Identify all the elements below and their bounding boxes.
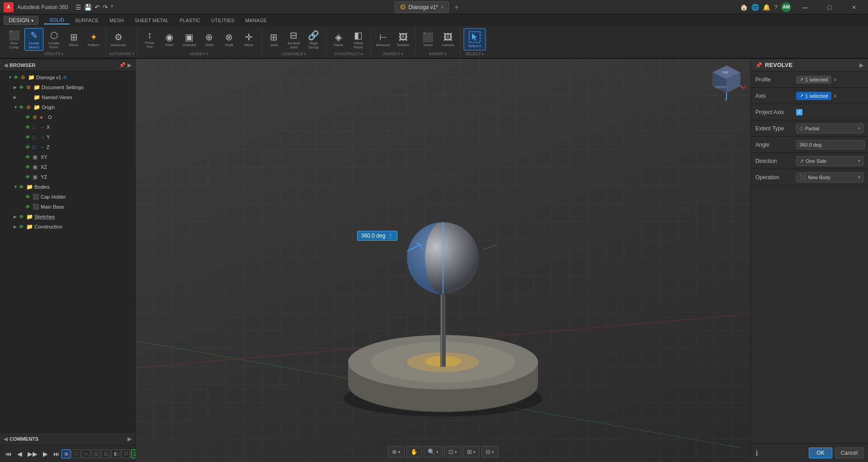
globe-icon[interactable]: 🌐 bbox=[751, 4, 759, 11]
marker-7[interactable]: ⬡ bbox=[121, 449, 130, 458]
view-cube[interactable]: FRONT TOP Z X bbox=[708, 63, 746, 102]
tab-mesh[interactable]: MESH bbox=[104, 17, 129, 24]
insert-btn[interactable]: ⬛ Insert bbox=[419, 28, 438, 51]
tree-item-yz[interactable]: 👁 ▣ YZ bbox=[0, 172, 135, 182]
close-btn[interactable]: × bbox=[844, 0, 864, 14]
anim-prev-btn[interactable]: ◀ bbox=[15, 449, 24, 458]
tree-item-named-views[interactable]: ▶ 📁 Named Views bbox=[0, 92, 135, 102]
pan-btn[interactable]: ✋ bbox=[406, 446, 422, 457]
tab-plastic[interactable]: PLASTIC bbox=[174, 17, 206, 24]
new-component-btn[interactable]: ⬛ NewComp bbox=[5, 28, 24, 51]
tree-item-x[interactable]: 👁 □ → X bbox=[0, 122, 135, 132]
tree-item-xz[interactable]: 👁 ▣ XZ bbox=[0, 162, 135, 172]
fillet-btn[interactable]: ◉ Fillet bbox=[160, 28, 179, 51]
visual-style-btn[interactable]: ⊟▾ bbox=[481, 446, 498, 457]
viewport[interactable]: 360.0 deg ⋮ bbox=[136, 59, 750, 462]
maximize-btn[interactable]: □ bbox=[819, 0, 840, 14]
shell-btn[interactable]: ⊕ Shell bbox=[200, 28, 219, 51]
document-tab[interactable]: ⚙ Dianoga v1* × bbox=[395, 1, 449, 13]
new-tab-btn[interactable]: + bbox=[454, 3, 458, 11]
draft-btn[interactable]: ⊗ Draft bbox=[220, 28, 239, 51]
xy-vis-icon[interactable]: 👁 bbox=[25, 154, 33, 160]
plane-btn[interactable]: ◈ Plane bbox=[329, 28, 348, 51]
yz-vis-icon[interactable]: 👁 bbox=[25, 174, 33, 180]
chamfer-btn[interactable]: ▣ Chamfer bbox=[180, 28, 199, 51]
qat-redo[interactable]: ↷ bbox=[103, 4, 108, 11]
marker-4[interactable]: ◫ bbox=[91, 449, 100, 458]
canvas-btn[interactable]: 🖼 Canvas bbox=[439, 28, 458, 51]
qat-save[interactable]: 💾 bbox=[84, 4, 92, 11]
marker-6[interactable]: ◧ bbox=[111, 449, 120, 458]
home-icon[interactable]: 🏠 bbox=[740, 4, 748, 11]
x-vis-icon[interactable]: 👁 bbox=[25, 124, 33, 130]
extent-type-dropdown[interactable]: ◇ Partial ▾ bbox=[796, 124, 863, 133]
browser-back-icon[interactable]: ◀ bbox=[4, 62, 8, 68]
profile-clear-btn[interactable]: × bbox=[833, 76, 837, 83]
design-button[interactable]: DESIGN ▾ bbox=[4, 16, 38, 25]
bodies-vis-icon[interactable]: 👁 bbox=[19, 184, 26, 190]
operation-dropdown[interactable]: ⬛ New Body ▾ bbox=[796, 172, 863, 182]
main-base-vis-icon[interactable]: 👁 bbox=[25, 204, 33, 210]
create-form-btn[interactable]: ⬡ CreateForm bbox=[44, 28, 63, 51]
comments-expand-icon[interactable]: ▶ bbox=[127, 436, 132, 442]
qat-dropdown[interactable]: ▾ bbox=[111, 4, 113, 11]
axis-clear-btn[interactable]: × bbox=[833, 92, 837, 100]
help-icon[interactable]: ? bbox=[774, 4, 778, 11]
angle-indicator[interactable]: 360.0 deg ⋮ bbox=[357, 231, 397, 241]
sketches-vis-icon[interactable]: 👁 bbox=[19, 214, 26, 219]
axis-selected-badge[interactable]: ↗ 1 selected bbox=[796, 92, 831, 100]
mirror-btn[interactable]: ⊞ Mirror bbox=[64, 28, 83, 51]
info-btn[interactable]: ℹ bbox=[755, 449, 758, 457]
anim-last-btn[interactable]: ⏭ bbox=[52, 449, 61, 458]
marker-2[interactable]: □ bbox=[71, 449, 80, 458]
tab-sheetmetal[interactable]: SHEET METAL bbox=[129, 17, 174, 24]
xz-vis-icon[interactable]: 👁 bbox=[25, 164, 33, 170]
tab-solid[interactable]: SOLID bbox=[44, 16, 70, 24]
offset-plane-btn[interactable]: ◧ OffsetPlane bbox=[349, 28, 368, 51]
tree-item-origin[interactable]: ▼ 👁 ⚙ 📁 Origin bbox=[0, 102, 135, 112]
create-sketch-btn[interactable]: ✎ CreateSketch bbox=[24, 28, 43, 51]
cap-holder-vis-icon[interactable]: 👁 bbox=[25, 194, 33, 200]
tab-close[interactable]: × bbox=[441, 4, 444, 10]
cancel-button[interactable]: Cancel bbox=[835, 448, 863, 458]
anim-play-btn[interactable]: ▶▶ bbox=[26, 449, 39, 458]
construction-vis-icon[interactable]: 👁 bbox=[19, 224, 26, 229]
doc-settings-vis-icon[interactable]: 👁 bbox=[19, 85, 26, 90]
anim-first-btn[interactable]: ⏮ bbox=[4, 449, 14, 458]
tree-item-z[interactable]: 👁 □ → Z bbox=[0, 142, 135, 152]
tab-surface[interactable]: SURFACE bbox=[70, 17, 104, 24]
tree-item-bodies[interactable]: ▼ 👁 📁 Bodies bbox=[0, 182, 135, 192]
select-btn[interactable]: Select ▾ bbox=[463, 28, 486, 51]
y-vis-icon[interactable]: 👁 bbox=[25, 134, 33, 140]
revolve-expand-icon[interactable]: ▶ bbox=[859, 62, 863, 68]
z-vis-icon[interactable]: 👁 bbox=[25, 144, 33, 150]
joint-btn[interactable]: ⊞ Joint bbox=[264, 28, 283, 51]
revolve-pin-icon[interactable]: 📌 bbox=[755, 62, 762, 68]
move-btn[interactable]: ✛ Move bbox=[240, 28, 259, 51]
tab-manage[interactable]: MANAGE bbox=[240, 17, 272, 24]
origin-vis-icon[interactable]: 👁 bbox=[19, 105, 26, 110]
zoom-btn[interactable]: 🔍▾ bbox=[424, 446, 443, 457]
orbit-btn[interactable]: ⊕▾ bbox=[388, 446, 405, 457]
section-btn[interactable]: 🖼 Section bbox=[394, 28, 413, 51]
anim-next-btn[interactable]: ▶ bbox=[41, 449, 50, 458]
marker-1[interactable]: ▣ bbox=[61, 449, 71, 458]
comments-back-icon[interactable]: ◀ bbox=[4, 436, 8, 442]
user-avatar[interactable]: AM bbox=[781, 2, 791, 12]
profile-selected-badge[interactable]: ↗ 1 selected bbox=[796, 76, 831, 84]
tree-item-sketches[interactable]: ▶ 👁 📁 Sketches bbox=[0, 212, 135, 222]
o-vis-icon[interactable]: 👁 bbox=[25, 114, 33, 120]
tab-utilities[interactable]: UTILITIES bbox=[206, 17, 240, 24]
rigid-group-btn[interactable]: 🔗 RigidGroup bbox=[304, 28, 323, 51]
qat-menu[interactable]: ☰ bbox=[75, 4, 81, 11]
browser-collapse-icon[interactable]: ▶ bbox=[127, 62, 132, 68]
direction-dropdown[interactable]: ↗ One Side ▾ bbox=[796, 156, 863, 166]
press-pull-btn[interactable]: ↕ PressPull bbox=[140, 28, 159, 51]
tree-item-y[interactable]: 👁 □ → Y bbox=[0, 132, 135, 142]
asbuilt-btn[interactable]: ⊟ As-BuiltJoint bbox=[284, 28, 303, 51]
notification-icon[interactable]: 🔔 bbox=[763, 4, 770, 11]
project-axis-checkbox[interactable]: ✓ bbox=[796, 109, 802, 115]
angle-more-icon[interactable]: ⋮ bbox=[388, 233, 393, 239]
marker-3[interactable]: ○ bbox=[81, 449, 90, 458]
browser-pin-icon[interactable]: 📌 bbox=[119, 62, 126, 68]
